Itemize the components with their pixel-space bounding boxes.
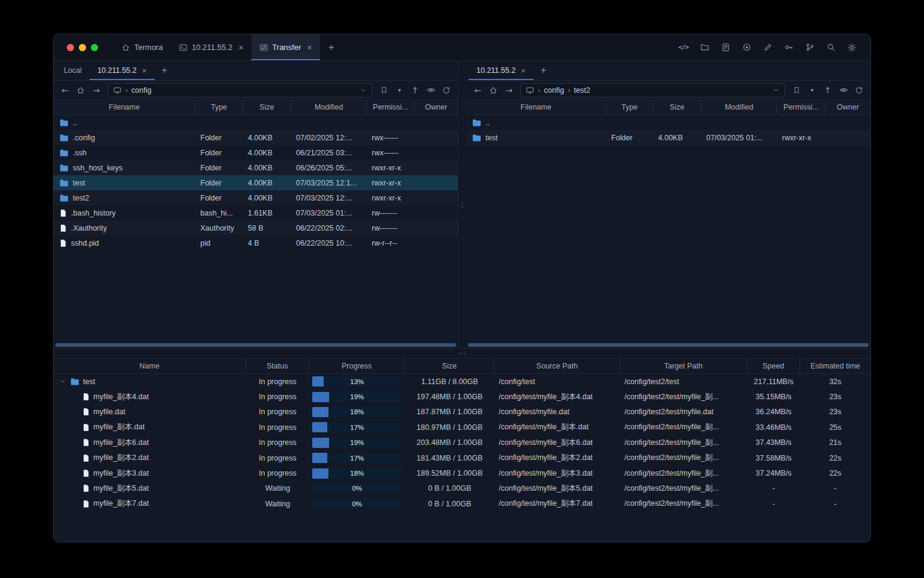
file-row-sshd.pid[interactable]: sshd.pidpid4 B06/22/2025 10:...rw-r--r-- <box>54 235 458 250</box>
refresh-button[interactable] <box>439 83 454 98</box>
breadcrumb-test2[interactable]: test2 <box>574 86 590 95</box>
column-header-source-path[interactable]: Source Path <box>494 358 620 373</box>
close-icon[interactable]: × <box>307 43 312 52</box>
column-header-target-path[interactable]: Target Path <box>620 358 747 373</box>
branch-icon[interactable] <box>802 40 818 55</box>
file-row-..[interactable]: .. <box>466 115 870 130</box>
tab-termora[interactable]: Termora <box>114 34 171 60</box>
transfer-row-myfile_副本2.dat[interactable]: myfile_副本2.datIn progress17%181.43MB / 1… <box>54 450 870 465</box>
close-icon[interactable]: × <box>521 67 526 75</box>
new-session-tab-button[interactable]: + <box>534 61 553 80</box>
collapse-chevron-icon[interactable] <box>58 378 67 385</box>
column-header-size[interactable]: Size <box>653 100 701 114</box>
column-header-filename[interactable]: Filename <box>466 100 606 114</box>
column-header-modified[interactable]: Modified <box>701 100 777 114</box>
refresh-button[interactable] <box>852 83 866 98</box>
chevron-down-icon[interactable] <box>772 87 780 94</box>
column-header-modified[interactable]: Modified <box>291 100 367 114</box>
home-button[interactable] <box>486 83 500 98</box>
back-button[interactable]: ← <box>58 83 72 98</box>
file-row-..[interactable]: .. <box>54 115 458 130</box>
filename-cell: .ssh <box>54 149 196 157</box>
back-button[interactable]: ← <box>470 83 485 98</box>
notebook-icon[interactable] <box>718 40 733 55</box>
column-header-type[interactable]: Type <box>196 100 243 114</box>
key-icon[interactable] <box>781 40 796 55</box>
transfer-name-cell: myfile_副本5.dat <box>54 483 246 494</box>
column-header-size[interactable]: Size <box>405 358 494 373</box>
zoom-window-button[interactable] <box>91 44 98 51</box>
file-row-test[interactable]: testFolder4.00KB07/03/2025 01:...rwxr-xr… <box>466 130 870 145</box>
tab-remote-session[interactable]: 10.211.55.2 × <box>90 61 155 80</box>
up-button[interactable]: ↑ <box>821 83 835 98</box>
transfer-row-myfile.dat[interactable]: myfile.datIn progress18%187.87MB / 1.00G… <box>54 405 870 420</box>
column-header-owner[interactable]: Owner <box>825 100 870 114</box>
column-header-permissi-[interactable]: Permissi... <box>777 100 825 114</box>
right-horizontal-scrollbar[interactable] <box>466 342 870 348</box>
scrollbar-thumb[interactable] <box>468 343 869 347</box>
file-row-.ssh[interactable]: .sshFolder4.00KB06/21/2025 03:...rwx----… <box>54 145 458 160</box>
bookmark-button[interactable] <box>789 83 804 98</box>
file-row-test2[interactable]: test2Folder4.00KB07/03/2025 12:...rwxr-x… <box>54 190 458 205</box>
tab-remote-session[interactable]: 10.211.55.2 × <box>469 61 534 80</box>
minimize-window-button[interactable] <box>79 44 86 51</box>
transfer-row-myfile_副本4.dat[interactable]: myfile_副本4.datIn progress19%197.48MB / 1… <box>54 389 870 404</box>
vertical-splitter[interactable]: ⋮ <box>458 61 466 348</box>
left-path-bar[interactable]: › config <box>108 83 372 98</box>
search-icon[interactable] <box>823 40 839 55</box>
transfer-row-myfile_副本7.dat[interactable]: myfile_副本7.datWaiting0%0 B / 1.00GB/conf… <box>54 496 870 511</box>
bookmark-button[interactable] <box>377 83 391 98</box>
transfer-row-myfile_副本.dat[interactable]: myfile_副本.datIn progress17%180.97MB / 1.… <box>54 420 870 435</box>
file-row-test[interactable]: testFolder4.00KB07/03/2025 12:1...rwxr-x… <box>54 175 458 190</box>
tab-local[interactable]: Local <box>56 61 90 80</box>
forward-button[interactable]: → <box>502 83 516 98</box>
column-header-name[interactable]: Name <box>54 358 246 373</box>
caret-button[interactable]: ▾ <box>805 83 819 98</box>
file-row-ssh_host_keys[interactable]: ssh_host_keysFolder4.00KB06/26/2025 05:.… <box>54 160 458 175</box>
folderline-icon[interactable] <box>697 40 712 55</box>
left-horizontal-scrollbar[interactable] <box>54 342 458 348</box>
file-modified: 06/21/2025 03:... <box>291 149 367 157</box>
eye-button[interactable] <box>836 83 851 98</box>
tab-host-terminal[interactable]: 10.211.55.2 × <box>171 34 251 60</box>
file-row-.config[interactable]: .configFolder4.00KB07/02/2025 12:...rwx-… <box>54 130 458 145</box>
code-icon[interactable]: </> <box>676 40 691 55</box>
pencil-icon[interactable] <box>760 40 775 55</box>
column-header-owner[interactable]: Owner <box>414 100 458 114</box>
transfer-row-myfile_副本6.dat[interactable]: myfile_副本6.datIn progress19%203.48MB / 1… <box>54 435 870 450</box>
record-icon[interactable] <box>739 40 754 55</box>
column-header-speed[interactable]: Speed <box>747 358 800 373</box>
new-session-tab-button[interactable]: + <box>155 61 174 80</box>
column-header-estimated-time[interactable]: Estimated time <box>800 358 870 373</box>
file-row-.bash_history[interactable]: .bash_historybash_hi...1.61KB07/03/2025 … <box>54 205 458 220</box>
transfer-row-myfile_副本3.dat[interactable]: myfile_副本3.datIn progress18%189.52MB / 1… <box>54 465 870 480</box>
scrollbar-thumb[interactable] <box>55 343 456 347</box>
caret-button[interactable]: ▾ <box>392 83 407 98</box>
column-header-status[interactable]: Status <box>246 358 309 373</box>
transfer-row-myfile_副本5.dat[interactable]: myfile_副本5.datWaiting0%0 B / 1.00GB/conf… <box>54 481 870 496</box>
column-header-size[interactable]: Size <box>243 100 291 114</box>
transfer-row-test[interactable]: testIn progress13%1.11GB / 8.00GB/config… <box>54 374 870 389</box>
column-header-permissi-[interactable]: Permissi... <box>367 100 414 114</box>
file-modified: 06/22/2025 10:... <box>291 239 367 247</box>
column-header-filename[interactable]: Filename <box>54 100 196 114</box>
chevron-down-icon[interactable] <box>360 87 367 94</box>
close-window-button[interactable] <box>67 44 74 51</box>
new-tab-button[interactable]: + <box>320 34 343 60</box>
horizontal-splitter[interactable]: ⋯ <box>54 348 870 358</box>
tab-transfer[interactable]: Transfer × <box>251 34 320 60</box>
breadcrumb-config[interactable]: config <box>131 86 151 95</box>
eye-button[interactable] <box>424 83 438 98</box>
right-path-bar[interactable]: › config › test2 <box>520 83 785 98</box>
transfer-speed: 33.46MB/s <box>747 423 800 432</box>
breadcrumb-config[interactable]: config <box>544 86 564 95</box>
column-header-type[interactable]: Type <box>606 100 653 114</box>
forward-button[interactable]: → <box>89 83 103 98</box>
up-button[interactable]: ↑ <box>408 83 422 98</box>
file-row-.Xauthority[interactable]: .XauthorityXauthority58 B06/22/2025 02:.… <box>54 220 458 235</box>
settings-icon[interactable] <box>844 40 860 55</box>
home-button[interactable] <box>73 83 88 98</box>
close-icon[interactable]: × <box>238 43 243 52</box>
column-header-progress[interactable]: Progress <box>309 358 405 373</box>
close-icon[interactable]: × <box>142 67 147 75</box>
